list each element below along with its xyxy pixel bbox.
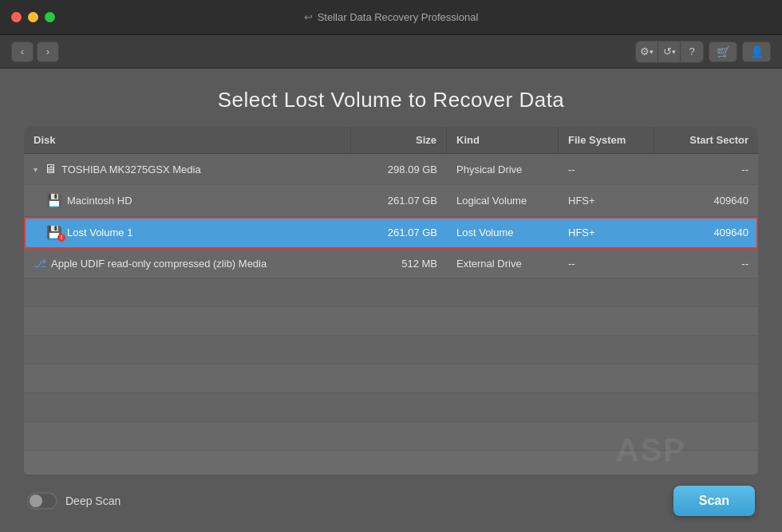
disk-table: Disk Size Kind File System Start Sector … bbox=[24, 127, 758, 475]
table-row-empty bbox=[24, 422, 758, 451]
titlebar: ↩ Stellar Data Recovery Professional bbox=[0, 0, 782, 35]
table-body: ▾ 🖥 TOSHIBA MK3275GSX Media 298.09 GB Ph… bbox=[24, 154, 758, 475]
deep-scan-toggle[interactable] bbox=[27, 492, 57, 510]
disk-filesystem: -- bbox=[559, 250, 654, 278]
empty-cell bbox=[559, 428, 654, 444]
chevron-icon: ▾ bbox=[34, 165, 38, 174]
history-icon: ↺ bbox=[663, 45, 672, 57]
scan-button[interactable]: Scan bbox=[673, 486, 755, 516]
table-row-empty bbox=[24, 278, 758, 307]
gear-icon: ⚙ bbox=[640, 45, 650, 57]
table-row[interactable]: 💾 Macintosh HD 261.07 GB Logical Volume … bbox=[24, 185, 758, 217]
empty-cell bbox=[24, 307, 351, 335]
empty-cell bbox=[24, 336, 351, 364]
back-icon: ↩ bbox=[304, 11, 313, 23]
maximize-button[interactable] bbox=[45, 12, 55, 22]
disk-size: 261.07 GB bbox=[351, 219, 447, 246]
warning-badge: ! bbox=[57, 234, 65, 242]
empty-cell bbox=[447, 313, 559, 329]
empty-cell bbox=[654, 428, 758, 444]
empty-cell bbox=[447, 371, 559, 387]
empty-cell bbox=[24, 365, 351, 392]
disk-name-cell: ▾ 🖥 TOSHIBA MK3275GSX Media bbox=[24, 154, 351, 184]
empty-cell bbox=[351, 313, 447, 329]
disk-name-cell: 💾 ! Lost Volume 1 bbox=[24, 217, 351, 248]
empty-cell bbox=[351, 371, 447, 387]
disk-startsector: 409640 bbox=[654, 219, 758, 246]
main-content: Select Lost Volume to Recover Data Disk … bbox=[0, 69, 782, 532]
disk-startsector: 409640 bbox=[654, 187, 758, 215]
disk-name: Apple UDIF read-only compressed (zlib) M… bbox=[51, 258, 267, 270]
disk-filesystem: HFS+ bbox=[559, 187, 654, 215]
disk-size: 512 MB bbox=[351, 250, 447, 278]
table-row-empty bbox=[24, 365, 758, 393]
empty-cell bbox=[447, 428, 559, 444]
table-row[interactable]: ⎇ Apple UDIF read-only compressed (zlib)… bbox=[24, 249, 758, 278]
disk-filesystem: -- bbox=[559, 156, 654, 183]
question-icon: ? bbox=[689, 45, 694, 57]
deep-scan-area: Deep Scan bbox=[27, 492, 120, 510]
table-row[interactable]: 💾 ! Lost Volume 1 261.07 GB Lost Volume … bbox=[24, 217, 758, 249]
empty-cell bbox=[559, 400, 654, 416]
cart-button[interactable]: 🛒 bbox=[709, 41, 737, 62]
empty-cell bbox=[351, 400, 447, 416]
disk-name: Lost Volume 1 bbox=[67, 227, 132, 238]
toolbar-right-actions: ⚙ ▾ ↺ ▾ ? 🛒 👤 bbox=[635, 41, 771, 63]
table-header: Disk Size Kind File System Start Sector bbox=[24, 127, 758, 154]
col-kind: Kind bbox=[447, 127, 559, 153]
hdd-icon: 💾 bbox=[46, 193, 62, 208]
empty-cell bbox=[351, 342, 447, 358]
usb-icon: ⎇ bbox=[34, 257, 46, 270]
minimize-button[interactable] bbox=[28, 12, 38, 22]
empty-cell bbox=[351, 428, 447, 444]
col-filesystem: File System bbox=[559, 127, 654, 153]
disk-name: TOSHIBA MK3275GSX Media bbox=[61, 164, 201, 175]
disk-name-cell: ⎇ Apple UDIF read-only compressed (zlib)… bbox=[24, 249, 351, 278]
disk-kind: Physical Drive bbox=[447, 156, 559, 183]
disk-filesystem: HFS+ bbox=[559, 219, 654, 246]
disk-name-cell: 💾 Macintosh HD bbox=[24, 185, 351, 216]
deep-scan-label: Deep Scan bbox=[65, 495, 120, 507]
table-row[interactable]: ▾ 🖥 TOSHIBA MK3275GSX Media 298.09 GB Ph… bbox=[24, 154, 758, 185]
lost-volume-icon: 💾 ! bbox=[46, 225, 62, 240]
empty-cell bbox=[654, 342, 758, 358]
empty-cell bbox=[654, 285, 758, 301]
toolbar: ‹ › ⚙ ▾ ↺ ▾ ? 🛒 👤 bbox=[0, 35, 782, 69]
empty-cell bbox=[351, 285, 447, 301]
col-disk: Disk bbox=[24, 127, 351, 153]
user-icon: 👤 bbox=[750, 45, 764, 58]
empty-cell bbox=[447, 285, 559, 301]
table-row-empty bbox=[24, 336, 758, 365]
disk-kind: External Drive bbox=[447, 250, 559, 278]
empty-cell bbox=[654, 400, 758, 416]
user-button[interactable]: 👤 bbox=[742, 41, 771, 62]
col-startsector: Start Sector bbox=[654, 127, 758, 153]
empty-cell bbox=[447, 400, 559, 416]
window-controls[interactable] bbox=[11, 12, 55, 22]
disk-kind: Logical Volume bbox=[447, 187, 559, 215]
table-row-empty bbox=[24, 307, 758, 336]
disk-startsector: -- bbox=[654, 156, 758, 183]
disk-size: 298.09 GB bbox=[351, 156, 447, 183]
toggle-knob bbox=[30, 495, 42, 507]
app-title-text: Stellar Data Recovery Professional bbox=[318, 11, 479, 23]
empty-cell bbox=[24, 393, 351, 421]
empty-cell bbox=[24, 422, 351, 450]
empty-cell bbox=[654, 371, 758, 387]
close-button[interactable] bbox=[11, 12, 22, 22]
disk-startsector: -- bbox=[654, 250, 758, 278]
history-button[interactable]: ↺ ▾ bbox=[658, 41, 681, 62]
empty-cell bbox=[559, 313, 654, 329]
help-button[interactable]: ? bbox=[681, 41, 703, 62]
empty-cell bbox=[559, 371, 654, 387]
disk-kind: Lost Volume bbox=[447, 219, 559, 246]
bottom-bar: Deep Scan Scan bbox=[24, 486, 758, 516]
settings-button[interactable]: ⚙ ▾ bbox=[636, 41, 658, 62]
page-title: Select Lost Volume to Recover Data bbox=[24, 88, 758, 112]
disk-name: Macintosh HD bbox=[67, 195, 132, 207]
forward-nav-button[interactable]: › bbox=[37, 41, 59, 62]
empty-cell bbox=[559, 342, 654, 358]
back-nav-button[interactable]: ‹ bbox=[11, 41, 34, 62]
settings-group: ⚙ ▾ ↺ ▾ ? bbox=[635, 41, 704, 63]
disk-size: 261.07 GB bbox=[351, 187, 447, 215]
